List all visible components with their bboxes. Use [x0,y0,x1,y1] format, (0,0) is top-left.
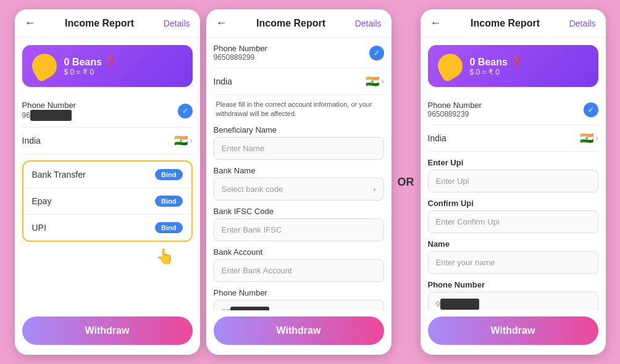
beans-amount-1: 0 Beans ❓ [64,56,117,68]
phone-label-3: Phone Number [428,101,482,110]
withdraw-wrap-3: Withdraw [421,310,606,355]
withdraw-wrap-2: Withdraw [206,310,392,355]
india-row-1[interactable]: India 🇮🇳 › [22,128,193,154]
title-2: Income Report [256,18,325,29]
beans-amount-3: 0 Beans ❓ [470,56,523,68]
india-label-3: India [428,133,446,143]
account-label: Bank Account [214,247,384,257]
panel-3: ← Income Report Details 0 Beans ❓ $ 0 = … [421,9,606,355]
phone-upi-input[interactable]: 9 [428,292,598,310]
beneficiary-placeholder: Enter Name [222,144,264,153]
payment-options-1: Bank Transfer Bind Epay Bind UPI Bind [22,160,193,242]
phone-row-1: Phone Number 96 ✓ [22,94,193,128]
india-row-3[interactable]: India 🇮🇳 › [428,125,598,152]
upi-section-label: Enter Upi [428,158,598,167]
confirm-upi-input[interactable]: Enter Confirm Upi [428,210,598,233]
check-badge-3: ✓ [584,102,598,117]
flag-chevron-1: 🇮🇳 › [174,134,193,147]
withdraw-button-1[interactable]: Withdraw [22,316,193,345]
withdraw-button-2[interactable]: Withdraw [214,316,384,345]
back-button-1[interactable]: ← [25,17,36,30]
notice-text: Please fill in the correct account infor… [214,100,384,119]
ifsc-input[interactable]: Enter Bank IFSC [214,218,384,241]
bank-transfer-label: Bank Transfer [32,170,86,180]
phone-label-form: Phone Number [214,288,384,297]
name-input[interactable]: Enter your name [428,251,598,274]
upi-placeholder: Enter Upi [436,176,469,186]
flag-chevron-3: 🇮🇳 › [580,131,598,145]
ifsc-placeholder: Enter Bank IFSC [222,225,282,234]
or-divider: OR [398,176,414,189]
name-section-label: Name [428,239,598,249]
flag-chevron-2: 🇮🇳 › [366,75,384,88]
confirm-upi-placeholder: Enter Confirm Upi [436,217,500,226]
check-badge-1: ✓ [178,104,193,118]
bank-transfer-option[interactable]: Bank Transfer Bind [23,162,191,188]
scroll-1: Phone Number 96 ✓ India 🇮🇳 › Bank Transf… [15,94,200,310]
flag-icon-3: 🇮🇳 [580,131,593,145]
bank-name-placeholder: Select bank code [222,184,283,194]
upi-input[interactable]: Enter Upi [428,170,598,192]
beans-sub-3: $ 0 = ₹ 0 [470,68,523,77]
bank-chevron-icon: › [373,184,375,194]
title-1: Income Report [65,18,134,29]
chevron-icon-1: › [190,136,193,145]
phone-label-2: Phone Number [214,44,267,53]
phone-upi-value: 9 [436,299,480,310]
bank-name-label: Bank Name [214,166,384,175]
withdraw-wrap-1: Withdraw [15,310,200,355]
epay-bind[interactable]: Bind [155,196,182,207]
details-link-2[interactable]: Details [355,19,382,28]
india-label-1: India [22,136,41,146]
upi-option[interactable]: UPI Bind [23,215,191,241]
bean-icon-3 [433,49,467,83]
details-link-1[interactable]: Details [164,19,190,28]
beans-card-3: 0 Beans ❓ $ 0 = ₹ 0 [428,45,598,87]
account-input[interactable]: Enter Bank Account [214,259,384,282]
scroll-2: Phone Number 9650889299 ✓ India 🇮🇳 › Ple… [206,38,392,310]
beneficiary-label: Beneficiary Name [214,125,384,134]
india-row-2[interactable]: India 🇮🇳 › [214,68,384,95]
panel-1: ← Income Report Details 0 Beans ❓ $ 0 = … [15,9,200,355]
bank-name-input[interactable]: Select bank code › [214,178,384,201]
withdraw-button-3[interactable]: Withdraw [428,316,598,345]
account-placeholder: Enter Bank Account [222,266,292,275]
header-1: ← Income Report Details [15,9,200,38]
phone-value-2: 9650889299 [214,53,267,62]
cursor-icon: 👆 [156,248,174,265]
epay-option[interactable]: Epay Bind [23,188,191,215]
header-3: ← Income Report Details [421,9,606,38]
scroll-3: Phone Number 9650889239 ✓ India 🇮🇳 › Ent… [421,94,606,310]
name-placeholder: Enter your name [436,258,495,267]
chevron-icon-2: › [382,77,384,86]
india-label-2: India [214,77,232,86]
phone-value-1: 96 [22,110,76,121]
upi-bind[interactable]: Bind [155,222,182,233]
phone-row-2: Phone Number 9650889299 ✓ [214,38,384,68]
panel-2: ← Income Report Details Phone Number 965… [206,9,392,355]
flag-icon-2: 🇮🇳 [366,75,379,88]
details-link-3[interactable]: Details [569,19,596,28]
phone-blurred-1 [30,110,72,121]
phone-label-1: Phone Number [22,101,76,110]
title-3: Income Report [471,18,540,29]
confirm-upi-section-label: Confirm Upi [428,199,598,208]
bean-icon-1 [27,49,61,83]
phone-value-3: 9650889239 [428,110,482,118]
beans-sub-1: $ 0 = ₹ 0 [64,68,117,77]
back-button-2[interactable]: ← [216,17,227,30]
phone-section-label: Phone Number [428,280,598,289]
back-button-3[interactable]: ← [430,17,442,30]
phone-row-3: Phone Number 9650889239 ✓ [428,94,598,125]
beans-card-1: 0 Beans ❓ $ 0 = ₹ 0 [22,45,193,87]
cursor-area: 👆 [22,248,193,273]
phone-form-input[interactable]: 96 [214,300,384,310]
upi-label: UPI [32,223,46,233]
bank-transfer-bind[interactable]: Bind [155,169,182,180]
beneficiary-input[interactable]: Enter Name [214,137,384,160]
header-2: ← Income Report Details [206,9,392,38]
chevron-icon-3: › [596,134,598,143]
epay-label: Epay [32,196,52,206]
check-badge-2: ✓ [369,46,384,60]
ifsc-label: Bank IFSC Code [214,207,384,216]
